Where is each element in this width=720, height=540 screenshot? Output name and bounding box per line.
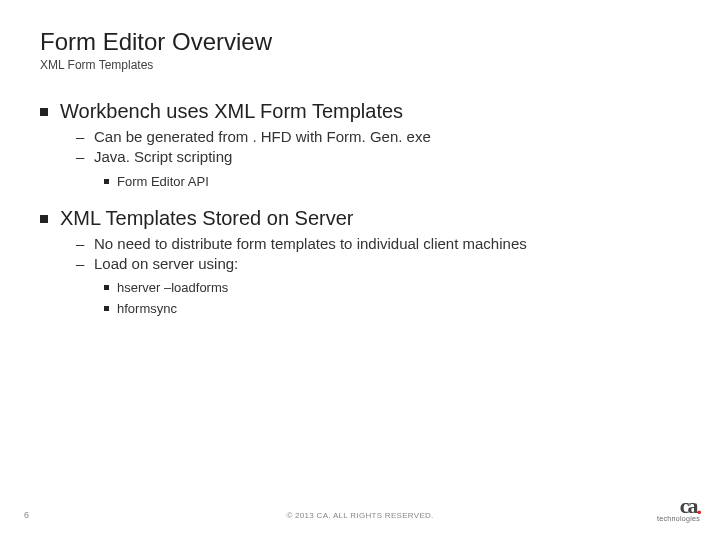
list-item-text: Form Editor API: [117, 174, 209, 189]
section-2-subsublist: hserver –loadforms hformsync: [104, 280, 680, 316]
logo-text: ca: [680, 493, 697, 518]
section-1-sublist: –Can be generated from . HFD with Form. …: [76, 127, 680, 168]
logo-dot-icon: .: [697, 499, 701, 514]
list-item: hformsync: [104, 301, 680, 316]
list-item: –Load on server using:: [76, 254, 680, 274]
list-item: –No need to distribute form templates to…: [76, 234, 680, 254]
logo-tagline: technologies: [657, 515, 700, 522]
slide-title: Form Editor Overview: [40, 28, 680, 56]
section-2-sublist: –No need to distribute form templates to…: [76, 234, 680, 275]
list-item-text: Load on server using:: [94, 254, 238, 274]
dash-bullet-icon: –: [76, 254, 86, 274]
copyright-text: © 2013 CA. ALL RIGHTS RESERVED.: [0, 511, 720, 520]
list-item: –Can be generated from . HFD with Form. …: [76, 127, 680, 147]
square-bullet-icon: [104, 306, 109, 311]
dash-bullet-icon: –: [76, 147, 86, 167]
slide: Form Editor Overview XML Form Templates …: [0, 0, 720, 540]
section-1-subsublist: Form Editor API: [104, 174, 680, 189]
list-item-text: hserver –loadforms: [117, 280, 228, 295]
bullet-list: Workbench uses XML Form Templates –Can b…: [40, 100, 680, 316]
list-item: Form Editor API: [104, 174, 680, 189]
content-area: Form Editor Overview XML Form Templates …: [0, 0, 720, 316]
square-bullet-icon: [104, 285, 109, 290]
dash-bullet-icon: –: [76, 127, 86, 147]
section-1-heading: Workbench uses XML Form Templates: [40, 100, 680, 123]
square-bullet-icon: [40, 108, 48, 116]
section-2-heading-text: XML Templates Stored on Server: [60, 207, 353, 230]
square-bullet-icon: [104, 179, 109, 184]
list-item: hserver –loadforms: [104, 280, 680, 295]
dash-bullet-icon: –: [76, 234, 86, 254]
list-item: –Java. Script scripting: [76, 147, 680, 167]
footer: 6 © 2013 CA. ALL RIGHTS RESERVED. ca. te…: [0, 496, 720, 526]
list-item-text: Can be generated from . HFD with Form. G…: [94, 127, 431, 147]
list-item-text: No need to distribute form templates to …: [94, 234, 527, 254]
slide-subtitle: XML Form Templates: [40, 58, 680, 72]
section-1: Workbench uses XML Form Templates –Can b…: [40, 100, 680, 189]
list-item-text: Java. Script scripting: [94, 147, 232, 167]
ca-logo: ca. technologies: [657, 498, 700, 522]
square-bullet-icon: [40, 215, 48, 223]
section-1-heading-text: Workbench uses XML Form Templates: [60, 100, 403, 123]
section-2: XML Templates Stored on Server –No need …: [40, 207, 680, 317]
list-item-text: hformsync: [117, 301, 177, 316]
section-2-heading: XML Templates Stored on Server: [40, 207, 680, 230]
logo-mark: ca.: [657, 498, 700, 513]
